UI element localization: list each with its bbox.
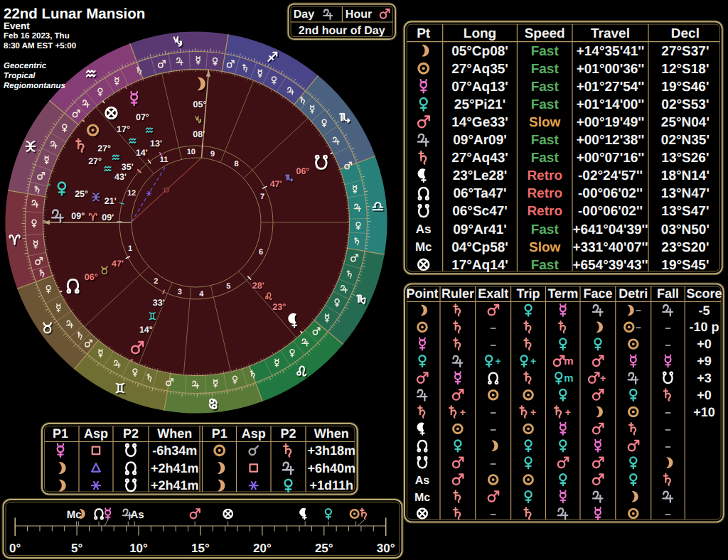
svg-text:+00°19'49'': +00°19'49'' [577,115,645,130]
svg-text:Long: Long [464,26,496,41]
svg-text:8:30 AM EST +5:00: 8:30 AM EST +5:00 [4,42,76,50]
svg-text:2: 2 [154,277,158,286]
svg-text:Fast: Fast [531,62,560,77]
svg-text:+: + [496,355,501,367]
svg-text:11: 11 [160,156,168,164]
svg-text:–: – [636,321,641,333]
svg-text:15°: 15° [191,542,210,555]
svg-text:–: – [665,322,670,334]
svg-text:Score: Score [686,286,722,301]
svg-text:+3h18m: +3h18m [307,443,355,458]
svg-text:19°S46': 19°S46' [661,80,709,95]
svg-text:1: 1 [128,244,132,253]
svg-text:+: + [530,355,536,367]
svg-text:–: – [665,339,670,351]
svg-text:09': 09' [102,212,114,222]
svg-text:10: 10 [187,148,196,156]
svg-text:13': 13' [150,139,162,149]
svg-text:5°: 5° [71,542,82,555]
svg-text:25°N04': 25°N04' [661,115,710,130]
svg-text:+0: +0 [697,388,712,402]
svg-text:47': 47' [270,179,282,189]
svg-text:20°: 20° [253,542,272,555]
svg-text:When: When [157,426,192,441]
svg-text:+9: +9 [697,354,712,368]
svg-text:Speed: Speed [525,26,565,41]
svg-text:–: – [491,424,496,436]
svg-text:07°Aq13': 07°Aq13' [451,80,508,95]
svg-text:43': 43' [114,172,127,182]
svg-text:P1: P1 [212,426,228,441]
svg-text:+: + [530,406,536,418]
svg-text:Event: Event [4,21,30,31]
svg-text:12°S18': 12°S18' [661,62,709,77]
svg-text:-00°06'02'': -00°06'02'' [578,204,643,219]
svg-text:–: – [636,304,641,316]
svg-text:As: As [415,475,430,487]
svg-text:As: As [416,222,432,236]
svg-text:18°N14': 18°N14' [661,168,710,183]
svg-text:P2: P2 [280,426,296,441]
svg-text:As: As [130,509,144,521]
svg-text:Trip: Trip [517,286,540,301]
svg-text:Fast: Fast [531,133,560,148]
svg-text:09°: 09° [71,211,85,221]
svg-text:Day: Day [294,9,314,21]
svg-text:Slow: Slow [529,115,561,130]
svg-text:–: – [491,406,496,419]
svg-text:Slow: Slow [529,240,561,255]
svg-text:21': 21' [105,196,117,206]
svg-text:-02°24'57'': -02°24'57'' [578,168,643,183]
svg-text:+6h40m: +6h40m [307,461,355,475]
svg-text:33': 33' [153,298,165,308]
svg-text:Fall: Fall [657,286,679,301]
svg-text:17°Aq14': 17°Aq14' [451,258,508,273]
svg-text:Asp: Asp [242,426,266,441]
svg-text:Hour: Hour [346,9,372,21]
svg-text:6: 6 [259,248,263,257]
svg-text:12: 12 [127,189,136,198]
svg-text:Geocentric: Geocentric [4,62,47,70]
svg-text:+00°12'38'': +00°12'38'' [577,133,645,148]
svg-text:02°S53': 02°S53' [661,97,709,112]
svg-text:13°S26': 13°S26' [661,151,709,166]
svg-text:Fast: Fast [531,151,560,166]
svg-text:23°S20': 23°S20' [661,240,709,255]
svg-text:Fast: Fast [531,44,560,59]
svg-text:07°: 07° [136,112,149,122]
svg-text:-5: -5 [698,303,710,318]
svg-text:19°S45': 19°S45' [661,258,709,273]
svg-text:–: – [665,441,670,453]
svg-text:Retro: Retro [527,204,562,219]
svg-text:–: – [665,424,670,436]
svg-text:+331°40'07'': +331°40'07'' [572,240,648,255]
svg-text:06°: 06° [296,166,309,176]
svg-text:9: 9 [210,150,215,158]
svg-text:13°N47': 13°N47' [661,186,710,201]
svg-text:06°Sc47': 06°Sc47' [452,204,508,219]
svg-text:17°: 17° [117,124,130,134]
svg-text:35': 35' [122,162,134,172]
svg-text:7: 7 [260,193,264,201]
svg-text:27°: 27° [97,144,111,154]
svg-text:+14°35'41'': +14°35'41'' [577,44,645,59]
svg-text:22nd Lunar Mansion: 22nd Lunar Mansion [4,6,145,22]
svg-text:+00°07'16'': +00°07'16'' [577,151,645,166]
svg-text:04°Cp58': 04°Cp58' [451,240,508,255]
svg-text:14°: 14° [139,325,153,335]
svg-text:P2: P2 [123,426,139,441]
svg-text:10°: 10° [129,542,148,555]
svg-text:+2h41m: +2h41m [151,478,199,492]
svg-text:+01°14'00'': +01°14'00'' [577,97,645,112]
svg-text:m: m [564,355,573,367]
svg-text:+654°39'43'': +654°39'43'' [572,258,648,273]
svg-text:05°Cp08': 05°Cp08' [451,44,508,59]
svg-text:–: – [491,508,496,520]
svg-text:+1d11h: +1d11h [309,478,353,492]
svg-text:08': 08' [193,129,205,139]
svg-text:13°S47': 13°S47' [661,204,709,219]
svg-text:Tropical: Tropical [4,72,36,80]
svg-text:–: – [665,406,670,419]
svg-text:8: 8 [235,160,239,168]
svg-text:Detri: Detri [619,286,648,301]
